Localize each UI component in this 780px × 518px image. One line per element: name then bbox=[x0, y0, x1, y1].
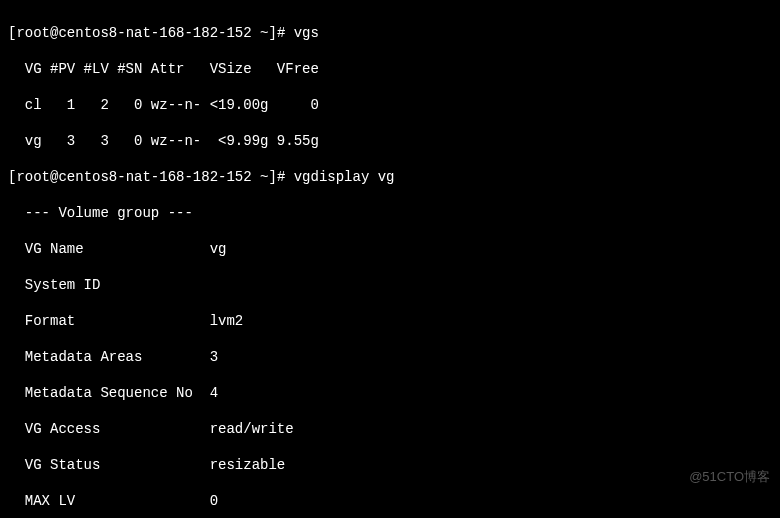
prompt-host: centos8-nat-168-182-152 bbox=[58, 25, 251, 41]
command-vgdisplay: vgdisplay vg bbox=[294, 169, 395, 185]
watermark: @51CTO博客 bbox=[689, 468, 770, 486]
vgdisplay-field: VG Status resizable bbox=[8, 456, 772, 474]
vgs-row: vg 3 3 0 wz--n- <9.99g 9.55g bbox=[8, 132, 772, 150]
vgdisplay-field: Metadata Areas 3 bbox=[8, 348, 772, 366]
vgdisplay-field: MAX LV 0 bbox=[8, 492, 772, 510]
prompt-user: root bbox=[16, 25, 50, 41]
vgdisplay-header: --- Volume group --- bbox=[8, 204, 772, 222]
prompt-symbol: # bbox=[277, 25, 285, 41]
vgdisplay-field: Format lvm2 bbox=[8, 312, 772, 330]
prompt-path: ~ bbox=[260, 25, 268, 41]
vgs-header: VG #PV #LV #SN Attr VSize VFree bbox=[8, 60, 772, 78]
vgdisplay-field: VG Access read/write bbox=[8, 420, 772, 438]
vgdisplay-field: Metadata Sequence No 4 bbox=[8, 384, 772, 402]
terminal-output: [root@centos8-nat-168-182-152 ~]# vgs VG… bbox=[0, 0, 780, 518]
prompt-line-2[interactable]: [root@centos8-nat-168-182-152 ~]# vgdisp… bbox=[8, 168, 772, 186]
vgdisplay-field: VG Name vg bbox=[8, 240, 772, 258]
vgs-row: cl 1 2 0 wz--n- <19.00g 0 bbox=[8, 96, 772, 114]
vgdisplay-field: System ID bbox=[8, 276, 772, 294]
prompt-line-1[interactable]: [root@centos8-nat-168-182-152 ~]# vgs bbox=[8, 24, 772, 42]
command-vgs: vgs bbox=[294, 25, 319, 41]
